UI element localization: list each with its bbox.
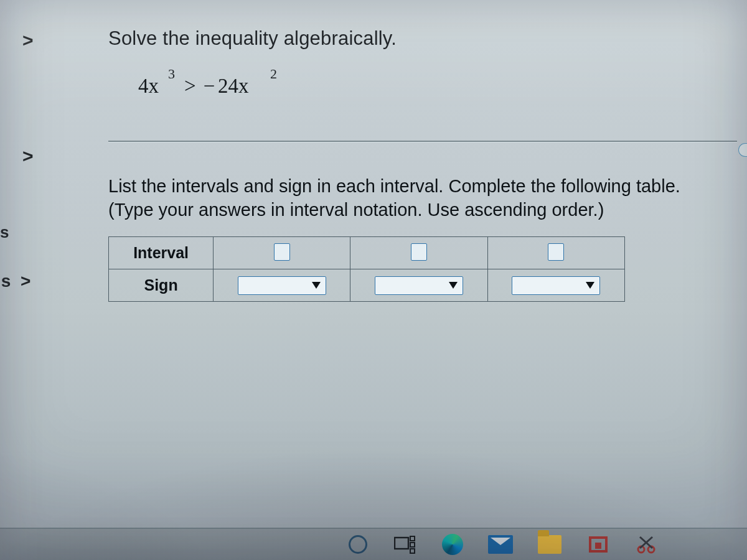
sign-interval-table: Interval Sign [108, 236, 625, 302]
eq-rhs-exponent: 2 [270, 66, 277, 82]
interval-cell-2 [350, 237, 487, 269]
svg-rect-1 [410, 536, 415, 541]
interval-input-2[interactable] [411, 243, 427, 261]
eq-lhs-exponent: 3 [168, 66, 175, 82]
mail-icon[interactable] [488, 535, 513, 554]
table-row-sign: Sign [109, 269, 625, 302]
sign-select-3[interactable] [512, 276, 600, 295]
screen-recorder-icon[interactable] [586, 534, 610, 555]
sign-row-header: Sign [109, 269, 214, 302]
interval-input-3[interactable] [548, 243, 564, 261]
sign-cell-2 [350, 269, 487, 302]
sign-select-2[interactable] [375, 276, 463, 295]
left-nav-column: > > s ls > [0, 0, 62, 560]
eq-relation: > − [184, 75, 216, 98]
file-explorer-icon[interactable] [538, 535, 561, 554]
nav-item-ls[interactable]: ls > [0, 271, 31, 291]
dropdown-caret-icon [312, 282, 321, 289]
interval-input-1[interactable] [274, 243, 290, 261]
interval-row-header: Interval [109, 237, 214, 269]
dropdown-caret-icon [586, 282, 594, 289]
svg-rect-0 [395, 538, 408, 549]
dropdown-caret-icon [449, 282, 458, 289]
nav-item-ls-label: ls [0, 271, 11, 291]
svg-rect-2 [410, 543, 415, 547]
task-view-icon[interactable] [392, 532, 417, 557]
instruction-text: List the intervals and sign in each inte… [108, 175, 718, 222]
nav-item-ls-chevron-icon: > [21, 271, 31, 291]
table-row-interval: Interval [109, 237, 625, 269]
sign-cell-1 [214, 269, 350, 302]
problem-screen: > > s ls > Solve the inequality algebrai… [0, 0, 747, 560]
problem-panel: Solve the inequality algebraically. 4x 3… [108, 11, 736, 533]
snipping-tool-icon[interactable] [635, 532, 660, 557]
sign-cell-3 [487, 269, 624, 302]
nav-chevron-1[interactable]: > [22, 30, 34, 51]
instruction-line-2: (Type your answers in interval notation.… [108, 200, 604, 220]
inequality-expression: 4x 3 > − 24x 2 [138, 70, 736, 105]
problem-prompt: Solve the inequality algebraically. [108, 27, 736, 50]
svg-rect-3 [410, 549, 415, 553]
interval-cell-1 [214, 237, 350, 269]
interval-cell-3 [487, 237, 624, 269]
horizontal-divider [108, 141, 737, 142]
eq-lhs-base: 4x [138, 75, 159, 98]
eq-rhs-base: 24x [218, 75, 249, 98]
cortana-icon[interactable] [349, 535, 367, 554]
nav-item-s[interactable]: s [0, 223, 9, 242]
edge-browser-icon[interactable] [442, 534, 463, 555]
sign-select-1[interactable] [238, 276, 326, 295]
nav-chevron-2[interactable]: > [22, 146, 34, 167]
instruction-line-1: List the intervals and sign in each inte… [108, 176, 680, 196]
divider-endpoint-icon [738, 143, 747, 157]
windows-taskbar [0, 528, 747, 560]
